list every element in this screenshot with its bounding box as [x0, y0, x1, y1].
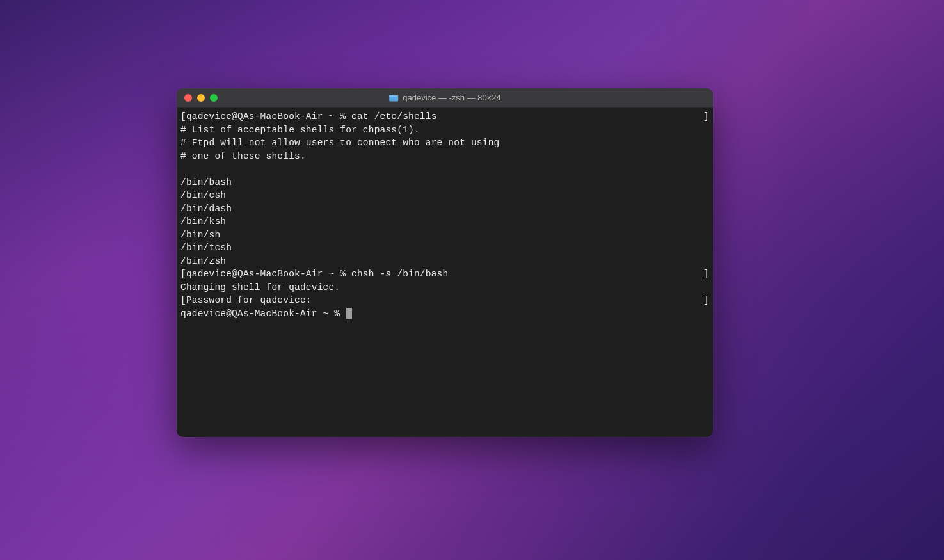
folder-icon: [388, 93, 399, 102]
terminal-line: [Password for qadevice:]: [180, 294, 709, 307]
window-titlebar[interactable]: qadevice — -zsh — 80×24: [177, 88, 713, 108]
terminal-line: # Ftpd will not allow users to connect w…: [180, 136, 709, 150]
window-title: qadevice — -zsh — 80×24: [403, 93, 501, 102]
terminal-line: [qadevice@QAs-MacBook-Air ~ % cat /etc/s…: [180, 110, 709, 124]
terminal-line: [180, 163, 709, 176]
window-title-container: qadevice — -zsh — 80×24: [388, 93, 501, 102]
terminal-content[interactable]: [qadevice@QAs-MacBook-Air ~ % cat /etc/s…: [177, 108, 713, 323]
terminal-line: # one of these shells.: [180, 150, 709, 163]
terminal-line: [qadevice@QAs-MacBook-Air ~ % chsh -s /b…: [180, 268, 709, 281]
cursor: [346, 308, 352, 319]
terminal-line: /bin/sh: [180, 228, 709, 242]
terminal-line: # List of acceptable shells for chpass(1…: [180, 124, 709, 137]
terminal-line: qadevice@QAs-MacBook-Air ~ %: [180, 307, 709, 321]
maximize-button[interactable]: [210, 94, 218, 102]
terminal-window: qadevice — -zsh — 80×24 [qadevice@QAs-Ma…: [177, 88, 713, 437]
terminal-line: /bin/ksh: [180, 215, 709, 228]
terminal-line: /bin/zsh: [180, 255, 709, 268]
terminal-line: /bin/bash: [180, 176, 709, 189]
terminal-line: /bin/csh: [180, 189, 709, 202]
terminal-line: Changing shell for qadevice.: [180, 281, 709, 294]
terminal-line: /bin/dash: [180, 202, 709, 216]
minimize-button[interactable]: [197, 94, 205, 102]
traffic-lights: [184, 94, 218, 102]
close-button[interactable]: [184, 94, 192, 102]
terminal-line: /bin/tcsh: [180, 241, 709, 255]
